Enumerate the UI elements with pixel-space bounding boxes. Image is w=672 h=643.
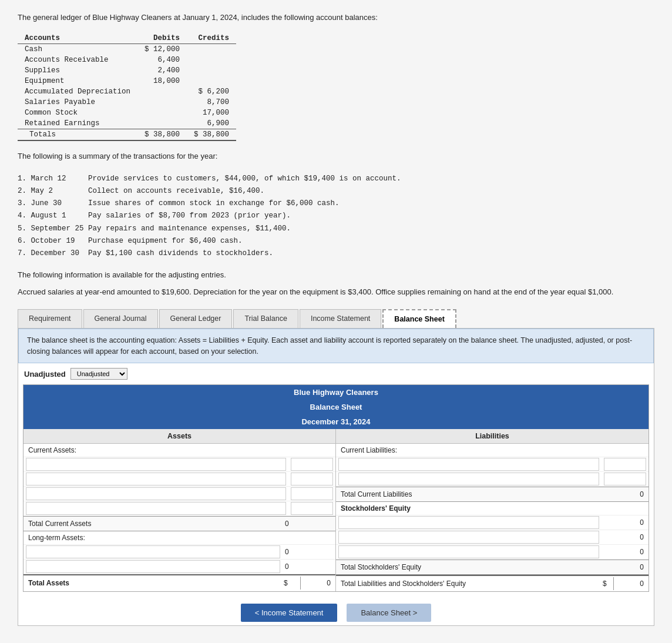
info-box: The balance sheet is the accounting equa… — [18, 329, 654, 364]
bs-company-name: Blue Highway Cleaners — [23, 385, 649, 400]
col-accounts: Accounts — [18, 33, 137, 44]
tab-content: The balance sheet is the accounting equa… — [18, 329, 654, 627]
asset-input-3[interactable] — [26, 487, 286, 500]
adjusting-section: The following information is available f… — [18, 269, 654, 299]
long-term-assets-label: Long-term Assets: — [23, 531, 335, 545]
adjusting-text: Accrued salaries at year-end amounted to… — [18, 286, 654, 299]
total-current-liab-row: Total Current Liabilities 0 — [336, 487, 649, 502]
balance-sheet-button[interactable]: Balance Sheet > — [347, 604, 431, 622]
asset-value-1[interactable] — [291, 458, 333, 471]
liab-input-2[interactable] — [338, 473, 599, 485]
total-se-value: 0 — [602, 561, 649, 574]
liab-value-2[interactable] — [604, 473, 646, 485]
tab-general-journal[interactable]: General Journal — [83, 309, 158, 328]
asset-row-4 — [23, 501, 335, 516]
total-liab-equity-row: Total Liabilities and Stockholders' Equi… — [336, 575, 649, 591]
bs-col-headers: Assets Liabilities — [23, 429, 649, 444]
asset-row-3 — [23, 487, 335, 501]
lt-asset-row-2: 0 — [23, 560, 335, 574]
lt-asset-row-1: 0 — [23, 545, 335, 560]
adjusting-intro: The following information is available f… — [18, 269, 654, 282]
asset-input-2[interactable] — [26, 473, 286, 485]
total-assets-label: Total Assets — [23, 577, 283, 590]
se-input-2[interactable] — [338, 531, 599, 544]
total-liab-equity-label: Total Liabilities and Stockholders' Equi… — [336, 577, 602, 590]
assets-col: Current Assets: — [23, 444, 336, 591]
se-input-3[interactable] — [338, 545, 599, 558]
col-debits: Debits — [137, 33, 187, 44]
bs-date: December 31, 2024 — [23, 414, 649, 429]
tab-income-statement[interactable]: Income Statement — [300, 309, 381, 328]
asset-row-1 — [23, 457, 335, 472]
liabilities-header: Liabilities — [336, 429, 649, 443]
col-credits: Credits — [187, 33, 236, 44]
stockholders-equity-label: Stockholders' Equity — [336, 502, 649, 515]
liab-input-1[interactable] — [338, 458, 599, 471]
asset-row-2 — [23, 472, 335, 487]
bs-title: Balance Sheet — [23, 400, 649, 414]
current-assets-label: Current Assets: — [23, 444, 335, 457]
total-se-row: Total Stockholders' Equity 0 — [336, 560, 649, 575]
total-se-label: Total Stockholders' Equity — [336, 561, 602, 574]
total-liab-value: 0 — [613, 577, 649, 590]
tab-balance-sheet[interactable]: Balance Sheet — [382, 309, 456, 328]
lt-asset-input-2[interactable] — [26, 560, 280, 573]
total-assets-value: 0 — [300, 577, 335, 590]
tab-requirement[interactable]: Requirement — [18, 309, 82, 328]
accounts-table: Accounts Debits Credits Cash$ 12,000 Acc… — [18, 33, 236, 141]
intro-paragraph: The general ledger of Blue Highway Clean… — [18, 12, 654, 24]
total-liab-dollar: $ — [602, 577, 613, 590]
asset-value-3[interactable] — [291, 487, 333, 500]
assets-header: Assets — [23, 429, 336, 443]
balance-sheet-table: Blue Highway Cleaners Balance Sheet Dece… — [23, 384, 649, 592]
asset-input-1[interactable] — [26, 458, 286, 471]
liab-value-1[interactable] — [604, 458, 646, 471]
tabs-bar: Requirement General Journal General Ledg… — [18, 309, 654, 329]
unadjusted-row: Unadjusted Unadjusted Adjusted Post-Clos… — [18, 363, 654, 384]
lt-asset-input-1[interactable] — [26, 545, 280, 558]
transactions-list: 1. March 12 Provide services to customer… — [18, 173, 654, 260]
bottom-buttons: < Income Statement Balance Sheet > — [18, 597, 654, 625]
bs-body: Current Assets: — [23, 444, 649, 591]
unadjusted-dropdown[interactable]: Unadjusted Adjusted Post-Closing — [70, 368, 127, 380]
asset-input-4[interactable] — [26, 502, 286, 515]
se-row-2: 0 — [336, 530, 649, 545]
liab-row-2 — [336, 472, 649, 487]
unadjusted-label: Unadjusted — [24, 370, 66, 379]
asset-value-2[interactable] — [291, 473, 333, 485]
se-input-1[interactable] — [338, 516, 599, 529]
total-assets-row: Total Assets $ 0 — [23, 574, 335, 591]
total-current-assets-row: Total Current Assets 0 — [23, 516, 335, 531]
se-row-1: 0 — [336, 515, 649, 530]
total-current-liabilities-value: 0 — [602, 488, 649, 501]
tab-trial-balance[interactable]: Trial Balance — [233, 309, 298, 328]
liabilities-col: Current Liabilities: Total Current Liabi… — [336, 444, 649, 591]
liab-row-1 — [336, 457, 649, 472]
transactions-intro: The following is a summary of the transa… — [18, 152, 654, 160]
total-current-liabilities-label: Total Current Liabilities — [336, 488, 602, 501]
asset-value-4[interactable] — [291, 502, 333, 515]
transactions-section: The following is a summary of the transa… — [18, 152, 654, 260]
income-statement-button[interactable]: < Income Statement — [241, 604, 338, 622]
current-liabilities-label: Current Liabilities: — [336, 444, 649, 457]
se-row-3: 0 — [336, 545, 649, 560]
total-assets-dollar: $ — [283, 577, 300, 590]
tab-general-ledger[interactable]: General Ledger — [159, 309, 233, 328]
total-current-assets-value: 0 — [283, 517, 300, 530]
total-current-assets-label: Total Current Assets — [23, 517, 283, 530]
